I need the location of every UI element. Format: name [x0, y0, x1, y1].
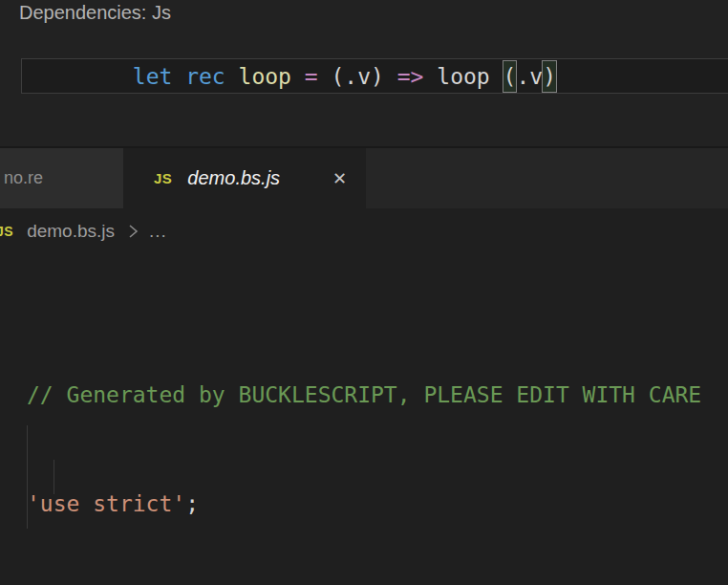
breadcrumb: JS demo.bs.js ... [0, 208, 728, 253]
chevron-right-icon [126, 222, 139, 241]
tab-demo-bs-js[interactable]: JS demo.bs.js ✕ [123, 148, 366, 208]
reason-code-line[interactable]: let rec loop = (.v) => loop (.v) [21, 58, 728, 94]
code-token: = [305, 64, 332, 89]
vscode-window: Dependencies: Js let rec loop = (.v) => … [0, 0, 728, 585]
code-line[interactable]: // Generated by BUCKLESCRIPT, PLEASE EDI… [27, 378, 728, 412]
dependencies-panel: Dependencies: Js let rec loop = (.v) => … [0, 0, 728, 146]
tab-label: no.re [4, 168, 43, 188]
tab-no-re[interactable]: no.re [0, 148, 123, 208]
indent-guide [54, 460, 54, 494]
breadcrumb-item-symbols[interactable]: ... [149, 221, 167, 242]
tab-bar: no.re JS demo.bs.js ✕ [0, 148, 728, 208]
code-token: loop [239, 64, 305, 89]
close-icon[interactable]: ✕ [332, 170, 347, 187]
code-token: 'use strict' [27, 491, 185, 516]
bracket-match-close: ) [543, 61, 556, 92]
tab-label: demo.bs.js [187, 167, 280, 189]
code-token: .v [516, 64, 543, 89]
code-token: (.v) [332, 64, 397, 89]
code-text: let rec loop = (.v) => loop (.v) [22, 39, 556, 114]
code-token: => [397, 64, 438, 89]
code-token: let [133, 64, 185, 89]
code-token: loop [437, 64, 503, 89]
tab-bar-empty-space [366, 148, 728, 208]
dependencies-label: Dependencies: Js [19, 1, 171, 24]
code-editor[interactable]: // Generated by BUCKLESCRIPT, PLEASE EDI… [0, 253, 728, 585]
code-token: ; [185, 491, 199, 516]
code-token: rec [185, 64, 238, 89]
indent-guide [27, 425, 28, 529]
breadcrumb-item-file[interactable]: demo.bs.js [27, 221, 115, 242]
code-token: // Generated by BUCKLESCRIPT, PLEASE EDI… [27, 382, 701, 407]
js-icon: JS [0, 224, 13, 239]
js-icon: JS [154, 170, 172, 186]
code-line[interactable]: 'use strict'; [27, 487, 728, 521]
bracket-match-open: ( [503, 61, 517, 92]
